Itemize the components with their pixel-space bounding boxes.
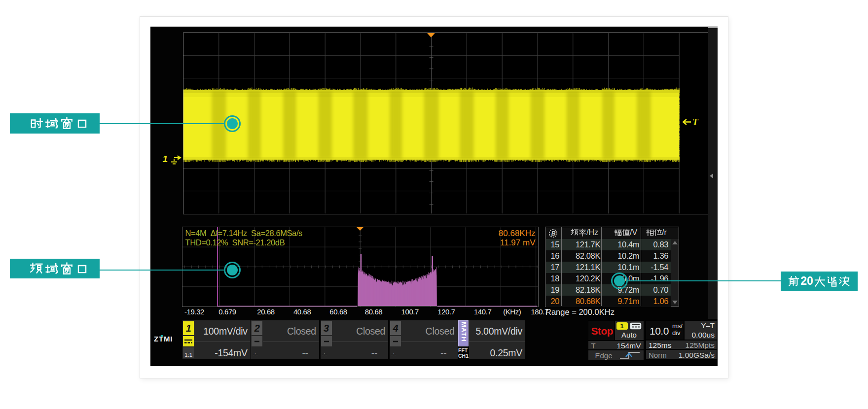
svg-text:B: B [551, 230, 556, 237]
svg-text:T: T [692, 117, 699, 127]
svg-text:ZTMI: ZTMI [154, 335, 173, 342]
